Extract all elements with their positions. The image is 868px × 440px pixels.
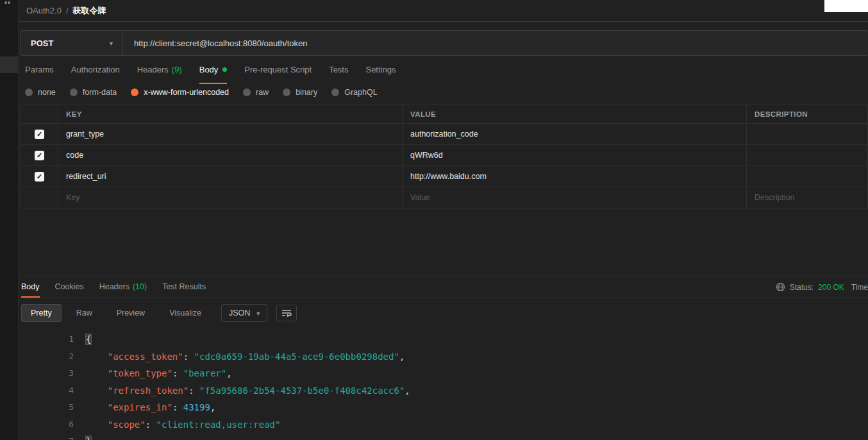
tab-pre-request-script[interactable]: Pre-request Script xyxy=(244,56,312,84)
line-number: 1 xyxy=(19,331,86,348)
body-type-label: form-data xyxy=(83,88,117,97)
tab-label: Test Results xyxy=(162,282,206,291)
view-tab-preview[interactable]: Preview xyxy=(107,304,154,322)
url-input[interactable]: http://client:secret@localhost:8080/oaut… xyxy=(123,31,868,55)
response-header: BodyCookiesHeaders(10)Test Results Statu… xyxy=(19,276,868,298)
breadcrumb-separator: / xyxy=(66,6,69,15)
token-plain xyxy=(86,351,108,362)
body-type-binary[interactable]: binary xyxy=(283,88,317,97)
tab-label: Params xyxy=(25,65,54,74)
tab-authorization[interactable]: Authorization xyxy=(71,56,120,84)
body-type-raw[interactable]: raw xyxy=(243,88,269,97)
sidebar-active-item[interactable] xyxy=(0,56,18,73)
code-line: 2 "access_token": "cdc0a659-19ab-44a5-ac… xyxy=(19,348,868,366)
row-checkbox[interactable]: ✓ xyxy=(35,172,44,182)
token-plain: : xyxy=(188,385,199,396)
response-tabs: BodyCookiesHeaders(10)Test Results xyxy=(21,276,206,298)
placeholder-key-cell[interactable]: Key xyxy=(58,187,403,208)
radio-icon xyxy=(283,89,290,96)
response-tab-test-results[interactable]: Test Results xyxy=(162,276,206,298)
format-select-value: JSON xyxy=(229,309,250,317)
view-tab-pretty[interactable]: Pretty xyxy=(21,304,62,322)
left-sidebar-strip: °° xyxy=(0,0,19,440)
response-view-controls: PrettyRawPreviewVisualize JSON ▾ xyxy=(19,298,868,328)
response-tab-body[interactable]: Body xyxy=(21,276,40,298)
view-tab-raw[interactable]: Raw xyxy=(67,304,102,322)
method-selector[interactable]: POST ▾ xyxy=(21,31,123,55)
response-tab-cookies[interactable]: Cookies xyxy=(55,276,84,298)
checkbox-cell: ✓ xyxy=(21,145,58,166)
token-key: "scope" xyxy=(108,419,146,430)
breadcrumb-request-title: 获取令牌 xyxy=(73,5,106,17)
token-plain: : xyxy=(146,419,156,430)
sidebar-dots-icon[interactable]: °° xyxy=(0,0,18,8)
token-number: 43199 xyxy=(183,402,210,412)
cell-key[interactable]: redirect_uri xyxy=(58,166,403,187)
body-type-none[interactable]: none xyxy=(25,88,56,97)
cell-value[interactable]: qWRw6d xyxy=(403,145,747,166)
view-tab-visualize[interactable]: Visualize xyxy=(160,304,211,322)
tab-settings[interactable]: Settings xyxy=(365,56,396,84)
status-label: Status: xyxy=(790,283,814,292)
body-type-options: noneform-datax-www-form-urlencodedrawbin… xyxy=(19,84,868,105)
tab-headers[interactable]: Headers(9) xyxy=(137,56,182,84)
placeholder-value-cell[interactable]: Value xyxy=(403,187,747,208)
token-plain xyxy=(86,402,108,412)
token-plain xyxy=(86,368,108,378)
body-type-label: GraphQL xyxy=(344,88,377,97)
token-plain: : xyxy=(183,351,194,362)
column-header-key: KEY xyxy=(58,105,403,124)
token-string: "bearer" xyxy=(183,368,226,378)
token-string: "client:read,user:read" xyxy=(156,419,281,430)
wrap-text-button[interactable] xyxy=(276,305,297,321)
network-globe-icon[interactable] xyxy=(776,282,785,292)
breadcrumb-collection[interactable]: OAuth2.0 xyxy=(26,6,62,15)
body-type-graphql[interactable]: GraphQL xyxy=(331,88,377,97)
urlencoded-params-table: KEYVALUEDESCRIPTION ✓grant_typeauthoriza… xyxy=(21,105,868,208)
radio-icon xyxy=(25,89,33,96)
token-plain: , xyxy=(226,368,231,378)
cell-key[interactable]: grant_type xyxy=(58,124,403,145)
response-tab-headers[interactable]: Headers(10) xyxy=(99,276,147,298)
token-plain: , xyxy=(210,402,215,412)
format-select[interactable]: JSON ▾ xyxy=(221,304,267,322)
radio-icon xyxy=(331,89,339,96)
row-checkbox[interactable]: ✓ xyxy=(35,151,44,160)
row-checkbox[interactable]: ✓ xyxy=(35,130,44,139)
tab-label: Headers xyxy=(99,282,129,291)
time-label: Time xyxy=(851,283,868,292)
tab-params[interactable]: Params xyxy=(25,56,54,84)
tab-body[interactable]: Body xyxy=(199,56,228,84)
line-number: 7 xyxy=(19,433,86,440)
token-string: "cdc0a659-19ab-44a5-ace9-6e0bb0298ded" xyxy=(194,351,399,362)
token-plain xyxy=(86,385,108,396)
body-type-x-www-form-urlencoded[interactable]: x-www-form-urlencoded xyxy=(131,88,229,97)
top-right-button[interactable] xyxy=(824,0,868,12)
line-number: 2 xyxy=(19,348,86,366)
tab-count: (10) xyxy=(133,282,147,291)
cell-description[interactable] xyxy=(747,166,868,187)
code-content: "token_type": "bearer", xyxy=(86,365,232,382)
code-line: 1{ xyxy=(19,331,868,348)
token-plain: , xyxy=(405,385,410,396)
code-line: 4 "refresh_token": "f5a95686-2b54-4537-b… xyxy=(19,382,868,400)
placeholder-description-cell[interactable]: Description xyxy=(747,187,868,208)
tab-tests[interactable]: Tests xyxy=(329,56,348,84)
tab-label: Pre-request Script xyxy=(244,65,312,74)
token-brace: } xyxy=(86,436,91,440)
token-key: "refresh_token" xyxy=(108,385,188,396)
response-body-json[interactable]: 1{2 "access_token": "cdc0a659-19ab-44a5-… xyxy=(19,328,868,440)
token-string: "f5a95686-2b54-4537-b5e0-f408c42cacc6" xyxy=(199,385,405,396)
cell-value[interactable]: http://www.baidu.com xyxy=(403,166,747,187)
cell-description[interactable] xyxy=(747,145,868,166)
cell-key[interactable]: code xyxy=(58,145,403,166)
chevron-down-icon: ▾ xyxy=(110,40,113,47)
tab-label: Tests xyxy=(329,65,348,74)
body-type-label: raw xyxy=(256,88,269,97)
cell-description[interactable] xyxy=(747,124,868,145)
token-brace: { xyxy=(86,334,91,344)
token-plain: , xyxy=(399,351,405,362)
body-type-form-data[interactable]: form-data xyxy=(70,88,117,97)
response-meta: Status: 200 OK Time xyxy=(776,276,868,298)
cell-value[interactable]: authorization_code xyxy=(403,124,747,145)
